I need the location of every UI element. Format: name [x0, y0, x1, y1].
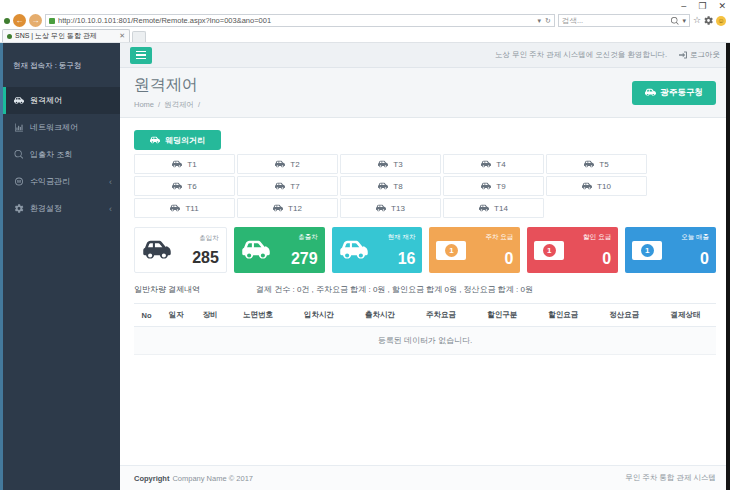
new-tab-button[interactable] [132, 31, 146, 42]
sidebar-item-label: 원격제어 [30, 95, 62, 106]
terminal-label: T3 [393, 160, 402, 169]
refresh-icon[interactable]: ↻ [545, 17, 551, 25]
terminal-button-t13[interactable]: T13 [340, 198, 441, 218]
terminal-button-t3[interactable]: T3 [340, 154, 441, 174]
url-field[interactable]: http://10.10.0.101:801/Remote/Remote.asp… [45, 14, 555, 27]
col-discount-fee: 할인요금 [533, 304, 594, 327]
tab-title: SNS | 노상 무인 통합 관제 [15, 31, 116, 41]
page-title: 원격제어 [134, 75, 200, 96]
terminal-button-t14[interactable]: T14 [443, 198, 544, 218]
col-device: 장비 [193, 304, 227, 327]
terminal-label: T13 [391, 204, 405, 213]
search-icon[interactable] [671, 17, 679, 25]
col-date: 일자 [159, 304, 193, 327]
car-icon [172, 182, 182, 190]
terminal-button-t1[interactable]: T1 [134, 154, 235, 174]
app-root: 현재 접속자 : 동구청 원격제어 네트워크제어 입출차 조회 수익금관리 [0, 43, 730, 490]
autocomplete-dropdown-icon[interactable]: ▾ [538, 17, 542, 25]
stat-label: 할인 요금 [583, 233, 611, 242]
sidebar-item-remote-control[interactable]: 원격제어 [3, 87, 120, 114]
car-icon [170, 204, 180, 212]
coin-digit: 1 [543, 244, 556, 257]
feedback-smiley-icon[interactable]: ☺ [716, 16, 726, 26]
search-dropdown-icon[interactable]: ▾ [682, 17, 686, 24]
terminal-label: T7 [290, 182, 299, 191]
stat-card-currently-parked: 현재 재차 16 [332, 227, 423, 273]
browser-tab[interactable]: SNS | 노상 무인 통합 관제 ✕ [2, 29, 130, 42]
terminal-button-t12[interactable]: T12 [237, 198, 338, 218]
car-icon [273, 204, 283, 212]
stat-card-parking-fee: 1 주차 요금 0 [429, 227, 520, 273]
forward-button[interactable]: → [29, 14, 42, 27]
col-discount-type: 할인구분 [472, 304, 533, 327]
col-parking-fee: 주차요금 [411, 304, 472, 327]
terminal-button-t7[interactable]: T7 [237, 176, 338, 196]
car-icon [378, 160, 388, 168]
sidebar-item-revenue-management[interactable]: 수익금관리 ‹ [3, 168, 120, 195]
terminal-label: T10 [597, 182, 611, 191]
car-icon [14, 96, 24, 105]
terminal-label: T6 [187, 182, 196, 191]
terminal-button-t9[interactable]: T9 [443, 176, 544, 196]
stat-label: 주차 요금 [486, 233, 514, 242]
logout-button[interactable]: 로그아웃 [679, 50, 720, 60]
terminal-label: T8 [393, 182, 402, 191]
terminal-button-t6[interactable]: T6 [134, 176, 235, 196]
tab-close-icon[interactable]: ✕ [119, 32, 125, 40]
car-icon [645, 88, 656, 97]
office-button-label: 광주동구청 [661, 87, 704, 99]
coin-digit: 1 [641, 244, 654, 257]
stats-row: 총입차 285 총출차 279 현재 재차 [134, 227, 716, 273]
breadcrumb-home[interactable]: Home [134, 100, 154, 110]
copyright-bold: Copyright [134, 474, 169, 483]
terminal-label: T12 [288, 204, 302, 213]
terminal-button-t5[interactable]: T5 [546, 154, 647, 174]
bar-chart-icon [14, 123, 24, 132]
stat-label: 총입차 [199, 234, 219, 243]
stat-value: 0 [504, 251, 513, 267]
car-icon [241, 239, 271, 261]
payment-table: No 일자 장비 노면번호 입차시간 출차시간 주차요금 할인구분 할인요금 정… [134, 303, 716, 355]
stat-value: 285 [192, 250, 219, 266]
menu-toggle-button[interactable] [130, 47, 152, 64]
address-bar: ← → http://10.10.0.101:801/Remote/Remote… [0, 12, 730, 29]
stat-card-total-out: 총출차 279 [234, 227, 325, 273]
sidebar-item-settings[interactable]: 환경설정 ‹ [3, 195, 120, 222]
office-button[interactable]: 광주동구청 [632, 81, 717, 105]
logout-label: 로그아웃 [690, 50, 720, 60]
browser-search-input[interactable] [562, 16, 668, 25]
close-button[interactable]: ✕ [718, 0, 726, 12]
breadcrumb-current: 원격제어 [164, 100, 194, 110]
app-icon [4, 18, 10, 24]
terminal-button-t11[interactable]: T11 [134, 198, 235, 218]
favorites-icon[interactable]: ☆ [693, 16, 701, 25]
terminal-button-t8[interactable]: T8 [340, 176, 441, 196]
revenue-icon [14, 177, 24, 186]
car-icon [339, 239, 369, 261]
payment-section-title: 일반차량 결제내역 [134, 284, 256, 295]
copyright: CopyrightCompany Name © 2017 [134, 474, 253, 483]
maximize-button[interactable]: ❐ [698, 0, 706, 12]
terminal-label: T14 [494, 204, 508, 213]
stat-label: 총출차 [298, 233, 318, 242]
sidebar-item-network-control[interactable]: 네트워크제어 [3, 114, 120, 141]
stat-label: 오늘 매출 [681, 233, 709, 242]
logout-icon [679, 51, 687, 59]
terminal-button-t4[interactable]: T4 [443, 154, 544, 174]
settings-gear-icon[interactable] [704, 16, 713, 25]
terminal-button-t2[interactable]: T2 [237, 154, 338, 174]
car-icon [142, 239, 172, 261]
col-road-number: 노면번호 [227, 304, 288, 327]
sidebar-item-entry-exit-lookup[interactable]: 입출차 조회 [3, 141, 120, 168]
terminal-button-t10[interactable]: T10 [546, 176, 647, 196]
col-payment-status: 결제상태 [655, 304, 716, 327]
minimize-button[interactable]: – [681, 0, 686, 12]
col-settlement-fee: 정산요금 [594, 304, 655, 327]
car-icon [582, 182, 592, 190]
car-icon [150, 136, 160, 144]
stat-value: 16 [398, 251, 416, 267]
payment-summary: 결제 건수 : 0건 , 주차요금 합계 : 0원 , 할인요금 합계 0원 ,… [256, 284, 533, 295]
lot-button[interactable]: 웨딩의거리 [134, 130, 221, 150]
terminal-label: T2 [290, 160, 299, 169]
back-button[interactable]: ← [13, 14, 26, 27]
